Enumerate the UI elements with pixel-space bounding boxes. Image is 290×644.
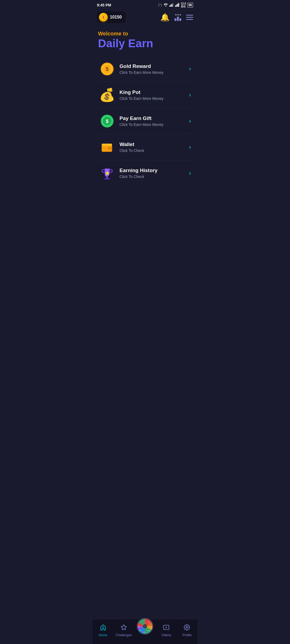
wifi-icon <box>163 3 168 7</box>
earning-history-subtitle: Click To Check <box>119 174 185 179</box>
svg-rect-3 <box>173 3 173 7</box>
wallet-chevron: › <box>189 144 191 151</box>
gold-reward-text: Gold Reward Click To Earn More Money <box>119 63 185 75</box>
svg-text:$: $ <box>106 66 108 72</box>
coin-amount: 10150 <box>110 15 122 20</box>
svg-text:$: $ <box>106 119 108 124</box>
svg-text:$: $ <box>103 16 104 19</box>
svg-rect-7 <box>178 3 179 7</box>
wallet-icon: $ <box>100 140 114 154</box>
hamburger-menu-icon[interactable] <box>186 15 193 20</box>
vibrate-icon: 📳 <box>158 3 162 7</box>
welcome-to-text: Welcome to <box>98 31 192 37</box>
pay-gift-icon: $ <box>100 114 114 128</box>
pay-earn-gift-title: Pay Earn Gift <box>119 115 185 121</box>
signal2-icon <box>175 3 179 7</box>
wallet-item[interactable]: $ Wallet Click To Check › <box>97 134 193 160</box>
svg-rect-20 <box>102 144 112 146</box>
money-bag-icon: 💰 <box>99 88 115 103</box>
earning-history-title: Earning History <box>119 168 185 173</box>
pay-earn-gift-text: Pay Earn Gift Click To Earn More Money <box>119 115 185 127</box>
svg-rect-26 <box>104 178 110 179</box>
svg-rect-4 <box>175 5 176 7</box>
signal-icon <box>169 3 174 7</box>
gold-reward-icon-wrap: $ <box>99 61 115 77</box>
pay-earn-gift-item[interactable]: $ Pay Earn Gift Click To Earn More Money… <box>97 108 193 134</box>
pay-earn-gift-subtitle: Click To Earn More Money <box>119 122 185 127</box>
wallet-icon-wrap: $ <box>99 139 115 155</box>
bell-icon[interactable]: 🔔 <box>160 13 170 22</box>
king-pot-subtitle: Click To Earn More Money <box>119 96 185 101</box>
pay-earn-gift-icon-wrap: $ <box>99 113 115 129</box>
king-pot-text: King Pot Click To Earn More Money <box>119 89 185 101</box>
earning-history-item[interactable]: ⭐ Earning History Click To Check › <box>97 160 193 186</box>
status-icons: 📳 12.0B/S 96 <box>158 2 193 8</box>
earning-history-chevron: › <box>189 170 191 177</box>
king-pot-item[interactable]: 💰 King Pot Click To Earn More Money › <box>97 82 193 108</box>
svg-rect-1 <box>171 5 171 7</box>
king-pot-title: King Pot <box>119 89 185 95</box>
earning-history-text: Earning History Click To Check <box>119 168 185 179</box>
king-pot-chevron: › <box>189 92 191 99</box>
gold-reward-subtitle: Click To Earn More Money <box>119 70 185 75</box>
gold-coin-icon: $ <box>100 62 114 76</box>
svg-rect-0 <box>169 5 170 7</box>
svg-rect-2 <box>172 4 172 7</box>
menu-list: $ Gold Reward Click To Earn More Money ›… <box>93 56 197 186</box>
wallet-subtitle: Click To Check <box>119 148 185 153</box>
header-right: 🔔 ★★★ <box>160 13 193 22</box>
gold-reward-item[interactable]: $ Gold Reward Click To Earn More Money › <box>97 56 193 82</box>
app-title: Daily Earn <box>98 37 192 50</box>
svg-rect-6 <box>177 4 178 7</box>
svg-text:⭐: ⭐ <box>105 171 110 176</box>
coin-badge[interactable]: $ 10150 <box>97 11 126 23</box>
header: $ 10150 🔔 ★★★ <box>93 9 197 26</box>
svg-rect-5 <box>176 5 177 7</box>
status-bar: 9:45 PM 📳 12.0B/S <box>93 0 197 9</box>
svg-text:$: $ <box>110 148 110 149</box>
pay-earn-gift-chevron: › <box>189 118 191 125</box>
speed-label: 12.0B/S <box>181 2 186 8</box>
coin-icon: $ <box>99 13 108 21</box>
king-pot-icon-wrap: 💰 <box>99 87 115 103</box>
trophy-icon: ⭐ <box>100 166 114 180</box>
leaderboard-icon[interactable]: ★★★ <box>175 13 181 21</box>
battery-icon: 96 <box>187 3 193 8</box>
welcome-section: Welcome to Daily Earn <box>93 26 197 56</box>
gold-reward-chevron: › <box>189 66 191 72</box>
earning-history-icon-wrap: ⭐ <box>99 165 115 181</box>
status-time: 9:45 PM <box>97 3 111 7</box>
wallet-title: Wallet <box>119 141 185 147</box>
gold-reward-title: Gold Reward <box>119 63 185 69</box>
wallet-text: Wallet Click To Check <box>119 141 185 153</box>
